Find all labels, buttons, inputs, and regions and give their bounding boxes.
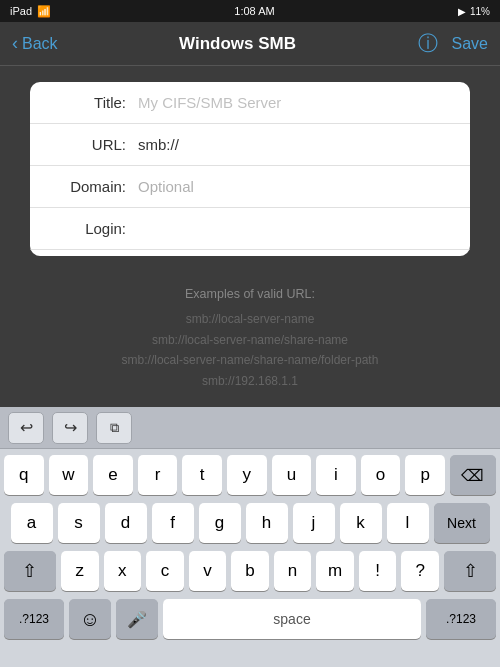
key-a[interactable]: a	[11, 503, 53, 543]
battery-label: 11%	[470, 6, 490, 17]
space-key[interactable]: space	[163, 599, 421, 639]
key-z[interactable]: z	[61, 551, 99, 591]
password-row: Password:	[30, 250, 470, 256]
example-url-2: smb://local-server-name/share-name	[122, 330, 379, 350]
example-url-3: smb://local-server-name/share-name/folde…	[122, 350, 379, 370]
back-label: Back	[22, 35, 58, 53]
key-q[interactable]: q	[4, 455, 44, 495]
url-row: URL:	[30, 124, 470, 166]
domain-row: Domain:	[30, 166, 470, 208]
key-m[interactable]: m	[316, 551, 354, 591]
carrier-label: iPad	[10, 5, 32, 17]
key-d[interactable]: d	[105, 503, 147, 543]
num-key[interactable]: .?123	[4, 599, 64, 639]
shift-right-key[interactable]: ⇧	[444, 551, 496, 591]
key-l[interactable]: l	[387, 503, 429, 543]
key-row-3: ⇧ z x c v b n m ! ? ⇧	[4, 551, 496, 591]
key-n[interactable]: n	[274, 551, 312, 591]
form-card: Title: URL: Domain: Login: Password:	[30, 82, 470, 256]
nav-actions: ⓘ Save	[418, 30, 488, 57]
key-t[interactable]: t	[182, 455, 222, 495]
mic-key[interactable]: 🎤	[116, 599, 158, 639]
key-o[interactable]: o	[361, 455, 401, 495]
content-area: Title: URL: Domain: Login: Password: Exa…	[0, 66, 500, 407]
key-c[interactable]: c	[146, 551, 184, 591]
shift-key[interactable]: ⇧	[4, 551, 56, 591]
chevron-left-icon: ‹	[12, 33, 18, 54]
title-row: Title:	[30, 82, 470, 124]
url-label: URL:	[46, 136, 126, 153]
login-label: Login:	[46, 220, 126, 237]
delete-key[interactable]: ⌫	[450, 455, 496, 495]
key-exclaim[interactable]: !	[359, 551, 397, 591]
back-button[interactable]: ‹ Back	[12, 33, 58, 54]
info-button[interactable]: ⓘ	[418, 30, 438, 57]
title-label: Title:	[46, 94, 126, 111]
key-j[interactable]: j	[293, 503, 335, 543]
status-right: ▶ 11%	[458, 6, 490, 17]
domain-label: Domain:	[46, 178, 126, 195]
keyboard-keys: q w e r t y u i o p ⌫ a s d f g h j k l …	[0, 449, 500, 651]
examples-section: Examples of valid URL: smb://local-serve…	[102, 272, 399, 391]
key-h[interactable]: h	[246, 503, 288, 543]
url-input[interactable]	[138, 136, 454, 153]
key-w[interactable]: w	[49, 455, 89, 495]
return-key[interactable]: .?123	[426, 599, 496, 639]
key-i[interactable]: i	[316, 455, 356, 495]
key-question[interactable]: ?	[401, 551, 439, 591]
page-title: Windows SMB	[179, 34, 296, 54]
time-label: 1:08 AM	[234, 5, 274, 17]
key-u[interactable]: u	[272, 455, 312, 495]
status-bar: iPad 📶 1:08 AM ▶ 11%	[0, 0, 500, 22]
key-x[interactable]: x	[104, 551, 142, 591]
examples-heading: Examples of valid URL:	[122, 284, 379, 305]
status-left: iPad 📶	[10, 5, 51, 18]
key-r[interactable]: r	[138, 455, 178, 495]
undo-button[interactable]: ↩	[8, 412, 44, 444]
battery-arrow-icon: ▶	[458, 6, 466, 17]
wifi-icon: 📶	[37, 5, 51, 18]
key-row-4: .?123 ☺ 🎤 space .?123	[4, 599, 496, 639]
paste-button[interactable]: ⧉	[96, 412, 132, 444]
key-y[interactable]: y	[227, 455, 267, 495]
save-button[interactable]: Save	[452, 35, 488, 53]
key-p[interactable]: p	[405, 455, 445, 495]
next-key[interactable]: Next	[434, 503, 490, 543]
login-row: Login:	[30, 208, 470, 250]
login-input[interactable]	[138, 220, 454, 237]
key-s[interactable]: s	[58, 503, 100, 543]
example-url-4: smb://192.168.1.1	[122, 371, 379, 391]
redo-button[interactable]: ↪	[52, 412, 88, 444]
key-row-1: q w e r t y u i o p ⌫	[4, 455, 496, 495]
nav-bar: ‹ Back Windows SMB ⓘ Save	[0, 22, 500, 66]
title-input[interactable]	[138, 94, 454, 111]
keyboard-toolbar: ↩ ↪ ⧉	[0, 407, 500, 449]
key-e[interactable]: e	[93, 455, 133, 495]
key-g[interactable]: g	[199, 503, 241, 543]
keyboard-area: ↩ ↪ ⧉ q w e r t y u i o p ⌫ a s d f g h …	[0, 407, 500, 667]
key-b[interactable]: b	[231, 551, 269, 591]
key-v[interactable]: v	[189, 551, 227, 591]
emoji-key[interactable]: ☺	[69, 599, 111, 639]
example-url-1: smb://local-server-name	[122, 309, 379, 329]
domain-input[interactable]	[138, 178, 454, 195]
key-f[interactable]: f	[152, 503, 194, 543]
key-k[interactable]: k	[340, 503, 382, 543]
key-row-2: a s d f g h j k l Next	[4, 503, 496, 543]
